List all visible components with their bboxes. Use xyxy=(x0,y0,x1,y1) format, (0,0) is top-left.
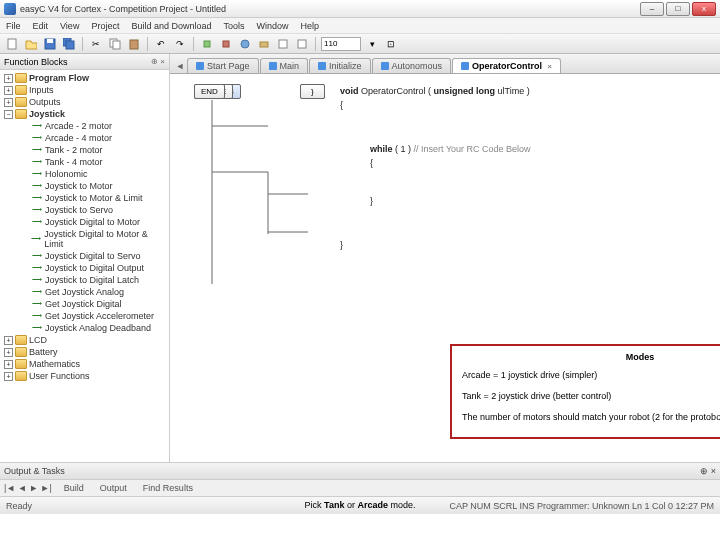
redo-icon[interactable]: ↷ xyxy=(172,36,188,52)
tree-item[interactable]: +User Functions xyxy=(2,370,167,382)
tree-item[interactable]: +Battery xyxy=(2,346,167,358)
tool-icon[interactable] xyxy=(237,36,253,52)
svg-rect-9 xyxy=(223,41,229,47)
menu-project[interactable]: Project xyxy=(91,21,119,31)
expand-icon[interactable]: + xyxy=(4,336,13,345)
tree-item[interactable]: ⟶Joystick to Motor & Limit xyxy=(16,192,167,204)
tree-item[interactable]: ⟶Arcade - 4 motor xyxy=(16,132,167,144)
menu-build[interactable]: Build and Download xyxy=(131,21,211,31)
app-icon xyxy=(4,3,16,15)
leaf-icon: ⟶ xyxy=(31,324,43,332)
tree-item[interactable]: ⟶Tank - 2 motor xyxy=(16,144,167,156)
minimize-button[interactable]: – xyxy=(640,2,664,16)
svg-rect-11 xyxy=(260,42,268,47)
tree-item[interactable]: ⟶Holonomic xyxy=(16,168,167,180)
menu-tools[interactable]: Tools xyxy=(223,21,244,31)
collapse-icon[interactable]: − xyxy=(4,110,13,119)
tree-item[interactable]: ⟶Get Joystick Accelerometer xyxy=(16,310,167,322)
canvas[interactable]: BEGIN Variables WHILE { } END void Opera… xyxy=(170,74,720,462)
menu-help[interactable]: Help xyxy=(301,21,320,31)
saveall-icon[interactable] xyxy=(61,36,77,52)
expand-icon[interactable]: + xyxy=(4,360,13,369)
folder-icon xyxy=(15,97,27,107)
close-button[interactable]: x xyxy=(692,2,716,16)
leaf-icon: ⟶ xyxy=(31,182,43,190)
tree-item[interactable]: ⟶Tank - 4 motor xyxy=(16,156,167,168)
tree-label: Holonomic xyxy=(45,169,88,179)
tab-main[interactable]: Main xyxy=(260,58,309,73)
menu-window[interactable]: Window xyxy=(256,21,288,31)
expand-icon[interactable]: + xyxy=(4,74,13,83)
tree-label: Program Flow xyxy=(29,73,89,83)
menu-file[interactable]: File xyxy=(6,21,21,31)
slide-caption: Pick Tank or Arcade mode. xyxy=(0,488,720,514)
maximize-button[interactable]: □ xyxy=(666,2,690,16)
toolbar-separator xyxy=(193,37,194,51)
copy-icon[interactable] xyxy=(107,36,123,52)
tree-item[interactable]: ⟶Arcade - 2 motor xyxy=(16,120,167,132)
tree-item[interactable]: ⟶Joystick to Digital Output xyxy=(16,262,167,274)
tool-icon[interactable] xyxy=(199,36,215,52)
tree-item[interactable]: ⟶Get Joystick Digital xyxy=(16,298,167,310)
leaf-icon: ⟶ xyxy=(31,235,43,243)
caption-text: mode. xyxy=(388,500,416,510)
leaf-icon: ⟶ xyxy=(31,300,43,308)
tool-icon[interactable] xyxy=(275,36,291,52)
expand-icon[interactable]: + xyxy=(4,348,13,357)
tool-icon[interactable] xyxy=(218,36,234,52)
tree-item[interactable]: +LCD xyxy=(2,334,167,346)
paste-icon[interactable] xyxy=(126,36,142,52)
tab-nav-left-icon[interactable]: ◄ xyxy=(174,59,186,73)
block-end[interactable]: END xyxy=(194,84,225,99)
tab-icon xyxy=(381,62,389,70)
zoom-input[interactable] xyxy=(321,37,361,51)
new-icon[interactable] xyxy=(4,36,20,52)
tree-item[interactable]: +Outputs xyxy=(2,96,167,108)
tree-label: Joystick Digital to Servo xyxy=(45,251,141,261)
tree-item[interactable]: ⟶Joystick Digital to Motor & Limit xyxy=(16,228,167,250)
tree-item[interactable]: ⟶Joystick to Motor xyxy=(16,180,167,192)
tab-operatorcontrol[interactable]: OperatorControl× xyxy=(452,58,561,73)
expand-icon[interactable]: + xyxy=(4,86,13,95)
menu-edit[interactable]: Edit xyxy=(33,21,49,31)
modes-line: Arcade = 1 joystick drive (simpler) xyxy=(462,368,720,383)
tab-initialize[interactable]: Initialize xyxy=(309,58,371,73)
expand-icon[interactable]: + xyxy=(4,98,13,107)
block-close-brace[interactable]: } xyxy=(300,84,325,99)
tree-item[interactable]: ⟶Joystick to Servo xyxy=(16,204,167,216)
zoom-fit-icon[interactable]: ⊡ xyxy=(383,36,399,52)
tree-item[interactable]: +Program Flow xyxy=(2,72,167,84)
tree-label: Mathematics xyxy=(29,359,80,369)
tree-item[interactable]: −Joystick xyxy=(2,108,167,120)
undo-icon[interactable]: ↶ xyxy=(153,36,169,52)
cut-icon[interactable]: ✂ xyxy=(88,36,104,52)
tree-label: Joystick Analog Deadband xyxy=(45,323,151,333)
expand-icon[interactable]: + xyxy=(4,372,13,381)
tree-item[interactable]: ⟶Joystick Analog Deadband xyxy=(16,322,167,334)
tab-label: Autonomous xyxy=(392,61,443,71)
tool-icon[interactable] xyxy=(256,36,272,52)
panel-title: Function Blocks xyxy=(4,57,68,67)
tab-startpage[interactable]: Start Page xyxy=(187,58,259,73)
open-icon[interactable] xyxy=(23,36,39,52)
zoom-dropdown-icon[interactable]: ▾ xyxy=(364,36,380,52)
tree-item[interactable]: ⟶Get Joystick Analog xyxy=(16,286,167,298)
tab-close-icon[interactable]: × xyxy=(547,62,552,71)
menu-view[interactable]: View xyxy=(60,21,79,31)
panel-header: Function Blocks ⊕ × xyxy=(0,54,169,70)
svg-rect-7 xyxy=(130,40,138,49)
tree-item[interactable]: ⟶Joystick Digital to Motor xyxy=(16,216,167,228)
panel-pin-icon[interactable]: ⊕ × xyxy=(151,57,165,66)
tree-item[interactable]: ⟶Joystick Digital to Servo xyxy=(16,250,167,262)
tree-item[interactable]: +Inputs xyxy=(2,84,167,96)
code-kw: unsigned long xyxy=(434,86,496,96)
code-text: { xyxy=(340,156,531,170)
tool-icon[interactable] xyxy=(294,36,310,52)
leaf-icon: ⟶ xyxy=(31,288,43,296)
tree-label: Outputs xyxy=(29,97,61,107)
tree-item[interactable]: ⟶Joystick to Digital Latch xyxy=(16,274,167,286)
tree-item[interactable]: +Mathematics xyxy=(2,358,167,370)
tab-autonomous[interactable]: Autonomous xyxy=(372,58,452,73)
output-panel-pin-icon[interactable]: ⊕ × xyxy=(700,466,716,476)
save-icon[interactable] xyxy=(42,36,58,52)
